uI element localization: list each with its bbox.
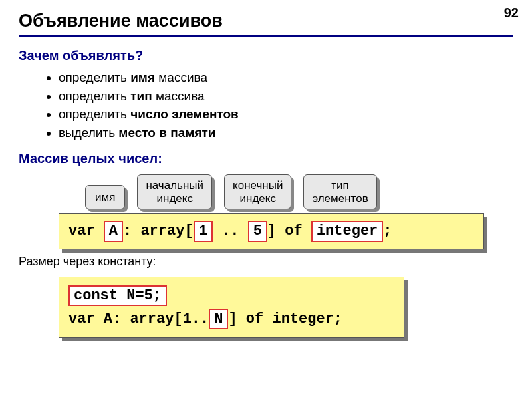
hl-end-index: 5	[248, 221, 267, 242]
subhead-int-array: Массив целых чисел:	[19, 151, 513, 166]
code-text: var A: array[1..	[68, 311, 209, 327]
code-block-1: var A: array[1 .. 5] of integer;	[59, 213, 484, 249]
chip-end-index: конечныйиндекс	[224, 174, 291, 209]
subhead-via-const: Размер через константу:	[19, 255, 513, 269]
chip-start-index-label: начальныйиндекс	[137, 174, 212, 209]
chip-end-index-label: конечныйиндекс	[224, 174, 291, 209]
page-title: Объявление массивов	[19, 11, 513, 31]
title-rule	[19, 35, 513, 37]
bullet-item: определить тип массива	[59, 87, 513, 106]
chip-name: имя	[85, 185, 125, 210]
question-heading: Зачем объявлять?	[19, 48, 513, 63]
hl-n: N	[209, 309, 228, 330]
code-text: ] of integer;	[228, 311, 342, 327]
chip-elem-type-label: типэлементов	[303, 174, 376, 209]
code-text: ;	[383, 223, 392, 239]
chip-elem-type: типэлементов	[303, 174, 376, 209]
code-block-2: const N=5; var A: array[1..N] of integer…	[59, 277, 404, 338]
label-chips-row: имя начальныйиндекс конечныйиндекс типэл…	[85, 174, 513, 209]
code-text: ] of	[267, 223, 311, 239]
code-text: : array[	[123, 223, 194, 239]
code-text: ..	[213, 223, 248, 239]
kw-var: var	[68, 223, 104, 239]
bullet-item: выделить место в памяти	[59, 124, 513, 142]
bullet-item: определить имя массива	[59, 68, 513, 87]
chip-start-index: начальныйиндекс	[137, 174, 212, 209]
hl-array-name: A	[104, 221, 123, 242]
hl-const-decl: const N=5;	[68, 285, 167, 307]
hl-type: integer	[311, 221, 383, 242]
hl-start-index: 1	[194, 221, 213, 242]
chip-name-label: имя	[85, 185, 125, 210]
bullet-item: определить число элементов	[59, 105, 513, 124]
page-number: 92	[504, 5, 519, 21]
bullet-list: определить имя массива определить тип ма…	[59, 68, 513, 142]
